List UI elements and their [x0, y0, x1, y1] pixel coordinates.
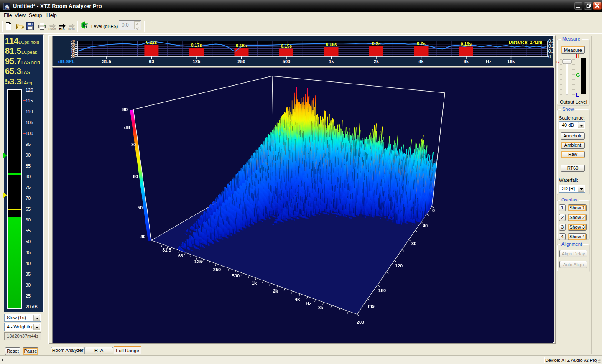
svg-text:XTZ: XTZ	[5, 7, 9, 9]
svg-text:0.19s: 0.19s	[461, 41, 472, 46]
svg-text:4k: 4k	[418, 59, 424, 64]
svg-text:2k: 2k	[374, 59, 379, 64]
svg-text:0.2: 0.2	[548, 44, 554, 48]
svg-text:Distance: 2.41m: Distance: 2.41m	[509, 40, 542, 45]
svg-text:Hz: Hz	[486, 59, 492, 64]
svg-text:125: 125	[193, 59, 200, 64]
svg-text:RTA: RTA	[59, 27, 65, 30]
svg-text:8k: 8k	[464, 59, 469, 64]
svg-text:0.3: 0.3	[548, 39, 554, 43]
svg-text:0.18s: 0.18s	[326, 42, 337, 47]
svg-text:0.22s: 0.22s	[146, 40, 157, 45]
svg-text:dB-SPL: dB-SPL	[58, 59, 75, 64]
svg-text:500: 500	[283, 59, 290, 64]
svg-text:fg: fg	[82, 22, 87, 28]
svg-text:0.2s: 0.2s	[372, 41, 381, 46]
svg-text:31.5: 31.5	[102, 59, 111, 64]
svg-text:30: 30	[71, 54, 75, 59]
svg-text:0.1: 0.1	[548, 49, 554, 53]
svg-text:63: 63	[149, 59, 154, 64]
svg-text:0.2s: 0.2s	[417, 41, 426, 46]
svg-text:0.16s: 0.16s	[236, 43, 247, 48]
svg-text:250: 250	[237, 59, 245, 64]
svg-text:1k: 1k	[329, 59, 334, 64]
svg-text:ROOM: ROOM	[48, 28, 56, 30]
svg-text:0.15s: 0.15s	[281, 43, 292, 48]
svg-text:BOTH: BOTH	[68, 28, 75, 30]
svg-text:0: 0	[548, 54, 551, 59]
svg-text:0.17s: 0.17s	[191, 43, 202, 48]
svg-text:16k: 16k	[507, 59, 515, 64]
